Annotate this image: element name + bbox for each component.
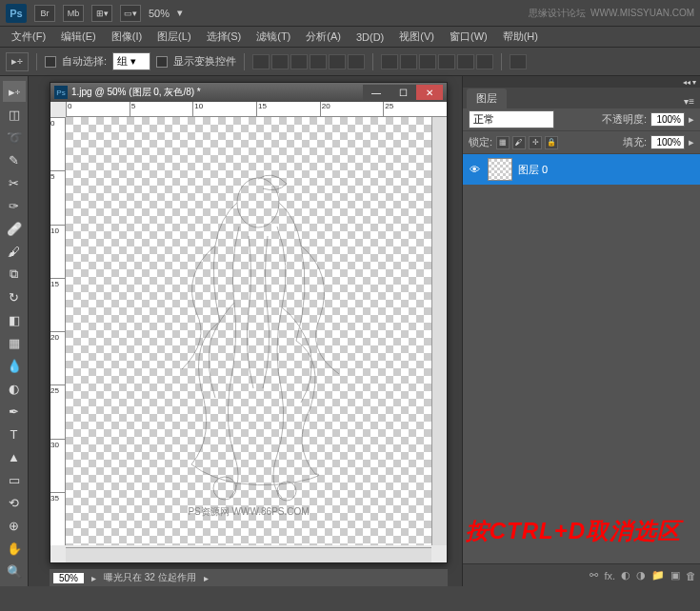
lock-pixels-icon[interactable]: 🖌 [512,136,526,149]
layer-mask-icon[interactable]: ◐ [621,569,630,581]
delete-layer-icon[interactable]: 🗑 [686,570,696,581]
distribute-hcenter-icon[interactable] [457,54,474,69]
menu-bar: 文件(F) 编辑(E) 图像(I) 图层(L) 选择(S) 滤镜(T) 分析(A… [0,27,700,48]
status-menu-icon[interactable]: ▸ [204,573,209,583]
zoom-level[interactable]: 50% [149,8,170,19]
layers-tab[interactable]: 图层 [467,89,507,108]
fill-input[interactable]: 100% [650,135,685,149]
line-art-figure [125,150,372,512]
marquee-tool-icon[interactable]: ◫ [3,104,26,125]
move-tool-icon[interactable]: ▸✢ [3,81,26,102]
layer-name[interactable]: 图层 0 [518,163,548,177]
opacity-input[interactable]: 100% [650,112,685,127]
menu-file[interactable]: 文件(F) [6,28,51,46]
panel-tabs: 图层 ▾≡ [463,88,700,108]
auto-select-dropdown[interactable]: 组 ▾ [112,52,150,70]
view-extras-icon[interactable]: ⊞▾ [91,5,112,22]
canvas[interactable]: PS资源网 WWW.86PS.COM [66,117,431,545]
align-right-icon[interactable] [348,54,365,69]
new-layer-icon[interactable]: ▣ [670,569,680,581]
3d-camera-tool-icon[interactable]: ⊕ [3,515,26,536]
panel-collapse-icon[interactable]: ◂◂ ▾ [463,76,700,88]
healing-tool-icon[interactable]: 🩹 [3,218,26,239]
vertical-scrollbar[interactable] [431,117,447,545]
blur-tool-icon[interactable]: 💧 [3,355,26,376]
blend-mode-select[interactable]: 正常 [469,110,554,128]
workspace: Ps 1.jpg @ 50% (图层 0, 灰色/8) * — ☐ ✕ 0510… [29,76,462,586]
shape-tool-icon[interactable]: ▭ [3,469,26,490]
align-top-icon[interactable] [252,54,270,69]
distribute-vcenter-icon[interactable] [400,54,417,69]
menu-filter[interactable]: 滤镜(T) [250,28,296,46]
menu-edit[interactable]: 编辑(E) [55,28,102,46]
menu-view[interactable]: 视图(V) [393,28,440,46]
lock-transparency-icon[interactable]: ▦ [496,136,510,149]
layer-fx-icon[interactable]: fx. [604,570,615,581]
panel-menu-icon[interactable]: ▾≡ [682,94,696,108]
path-select-tool-icon[interactable]: ▲ [3,446,26,467]
opacity-flyout-icon[interactable]: ▸ [689,113,694,126]
fill-flyout-icon[interactable]: ▸ [689,136,694,148]
document-titlebar[interactable]: Ps 1.jpg @ 50% (图层 0, 灰色/8) * — ☐ ✕ [50,83,447,102]
distribute-bottom-icon[interactable] [419,54,436,69]
menu-window[interactable]: 窗口(W) [444,28,493,46]
maximize-button[interactable]: ☐ [390,85,416,100]
layer-thumbnail[interactable] [488,158,512,181]
align-bottom-icon[interactable] [290,54,308,69]
lock-position-icon[interactable]: ✢ [529,136,542,149]
close-button[interactable]: ✕ [416,85,443,100]
crop-tool-icon[interactable]: ✂ [3,172,26,193]
type-tool-icon[interactable]: T [3,424,26,444]
distribute-left-icon[interactable] [438,54,455,69]
visibility-icon[interactable]: 👁 [467,162,482,177]
dodge-tool-icon[interactable]: ◐ [3,378,26,399]
horizontal-scrollbar[interactable] [66,547,431,562]
status-zoom[interactable]: 50% [53,573,84,583]
lock-fill-row: 锁定: ▦ 🖌 ✢ 🔒 填充: 100% ▸ [463,131,700,154]
layer-row[interactable]: 👁 图层 0 [463,154,700,185]
link-layers-icon[interactable]: ⚯ [590,569,598,581]
zoom-tool-icon[interactable]: 🔍 [3,561,26,581]
ps-logo-icon[interactable]: Ps [6,4,27,23]
brush-tool-icon[interactable]: 🖌 [3,241,26,262]
auto-align-icon[interactable] [510,54,527,69]
move-tool-preview-icon[interactable]: ▸✢ [6,52,29,71]
adjustment-layer-icon[interactable]: ◑ [636,569,646,581]
toolbox: ▸✢ ◫ ➰ ✎ ✂ ✑ 🩹 🖌 ⧉ ↻ ◧ ▦ 💧 ◐ ✒ T ▲ ▭ ⟲ ⊕… [0,76,29,586]
status-bar: 50% ▸ 曝光只在 32 位起作用 ▸ [50,569,448,586]
lasso-tool-icon[interactable]: ➰ [3,127,26,148]
auto-select-checkbox[interactable] [45,56,56,68]
quick-select-tool-icon[interactable]: ✎ [3,149,26,170]
vertical-ruler[interactable]: 05101520253035 [50,117,66,545]
menu-image[interactable]: 图像(I) [106,28,148,46]
minimize-button[interactable]: — [363,85,390,100]
stamp-tool-icon[interactable]: ⧉ [3,264,26,285]
menu-help[interactable]: 帮助(H) [497,28,544,46]
status-arrow-icon[interactable]: ▸ [91,573,96,583]
history-brush-tool-icon[interactable]: ↻ [3,286,26,307]
show-transform-checkbox[interactable] [156,56,168,68]
distribute-right-icon[interactable] [476,54,493,69]
bridge-icon[interactable]: Br [34,5,55,22]
menu-select[interactable]: 选择(S) [201,28,248,46]
gradient-tool-icon[interactable]: ▦ [3,332,26,353]
menu-analysis[interactable]: 分析(A) [300,28,347,46]
svg-point-2 [277,482,296,501]
align-vcenter-icon[interactable] [271,54,289,69]
hand-tool-icon[interactable]: ✋ [3,538,26,559]
horizontal-ruler[interactable]: 0510152025 [66,102,447,117]
pen-tool-icon[interactable]: ✒ [3,401,26,422]
screen-mode-icon[interactable]: ▭▾ [120,5,141,22]
zoom-dropdown-icon[interactable]: ▾ [177,7,183,19]
distribute-top-icon[interactable] [381,54,398,69]
align-left-icon[interactable] [310,54,327,69]
minibridge-icon[interactable]: Mb [63,5,84,22]
lock-all-icon[interactable]: 🔒 [545,136,558,149]
eraser-tool-icon[interactable]: ◧ [3,309,26,330]
group-icon[interactable]: 📁 [651,569,665,581]
eyedropper-tool-icon[interactable]: ✑ [3,195,26,216]
3d-tool-icon[interactable]: ⟲ [3,492,26,513]
menu-layer[interactable]: 图层(L) [151,28,196,46]
align-hcenter-icon[interactable] [329,54,346,69]
menu-3d[interactable]: 3D(D) [350,30,390,45]
